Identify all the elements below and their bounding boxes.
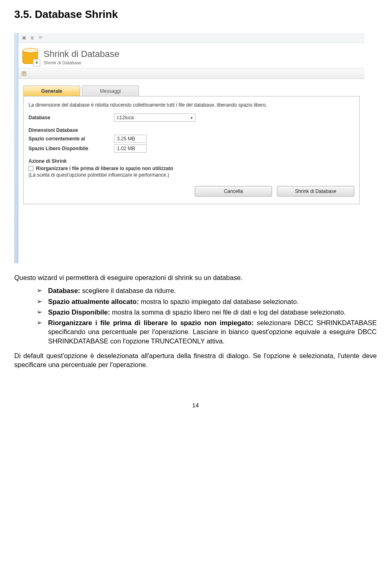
closing-paragraph: Di default quest'opzione è deselezionata… — [14, 351, 377, 369]
shrink-arrow-icon — [33, 59, 40, 66]
intro-paragraph: Questo wizard vi permetterà di eseguire … — [14, 273, 377, 282]
general-panel: La dimensione del database è ridotta rid… — [23, 96, 360, 204]
list-item: Riorganizzare i file prima di liberare l… — [37, 318, 377, 345]
section-heading: 3.5. Database Shrink — [14, 8, 377, 21]
tab-messaggi[interactable]: Messaggi — [82, 85, 139, 96]
database-icon — [22, 48, 40, 66]
script-icon[interactable] — [21, 70, 27, 77]
tab-generale[interactable]: Generale — [23, 85, 80, 96]
page-subtitle: Shrink di Database — [44, 60, 119, 65]
cancel-button[interactable]: Cancella — [195, 186, 272, 197]
space-allocated-value: 3.25 MB — [114, 135, 147, 143]
body-text: Questo wizard vi permetterà di eseguire … — [14, 273, 377, 369]
page-number: 14 — [14, 402, 377, 409]
toolbar-icon-1[interactable]: ▣ — [21, 35, 27, 41]
refresh-icon[interactable]: ⟳ — [37, 35, 44, 41]
sidebar-stripe — [15, 33, 18, 263]
space-allocated-label: Spazio correntemente al — [29, 136, 114, 142]
database-combo[interactable]: c12luca — [114, 114, 196, 122]
panel-description: La dimensione del database è ridotta rid… — [29, 102, 354, 108]
toolbar: ▣ 🗎 ⟳ — [18, 33, 365, 43]
page-header: Shrink di Database Shrink di Database — [18, 43, 365, 68]
reorganize-label: Riorganizzare i file prima di liberare l… — [36, 166, 173, 171]
app-window: ▣ 🗎 ⟳ Shrink di Database Shrink di Datab… — [14, 33, 365, 263]
bullet-list: Database: scegliere il database da ridur… — [14, 286, 377, 345]
list-item: Spazio attualmente allocato: mostra lo s… — [37, 297, 377, 306]
content-area: Generale Messaggi La dimensione del data… — [18, 79, 365, 214]
database-label: Database — [29, 115, 114, 120]
page-title: Shrink di Database — [44, 49, 119, 59]
database-value: c12luca — [117, 115, 134, 120]
space-free-value: 1.02 MB — [114, 144, 147, 153]
list-item: Database: scegliere il database da ridur… — [37, 286, 377, 295]
toolbar-icon-2[interactable]: 🗎 — [29, 35, 35, 41]
reorganize-hint: (La scelta di quest'opzione potrebbe inf… — [29, 172, 354, 178]
shrink-button[interactable]: Shrink di Database — [277, 186, 354, 197]
subtoolbar — [18, 68, 365, 79]
space-free-label: Spazio Libero Disponibile — [29, 146, 114, 151]
list-item: Spazio Disponibile: mostra la somma di s… — [37, 308, 377, 317]
shrink-action-section-label: Azione di Shrink — [29, 158, 354, 164]
reorganize-checkbox[interactable] — [29, 166, 33, 171]
dimensions-section-label: Dimensioni Database — [29, 127, 354, 133]
tab-bar: Generale Messaggi — [23, 85, 360, 96]
